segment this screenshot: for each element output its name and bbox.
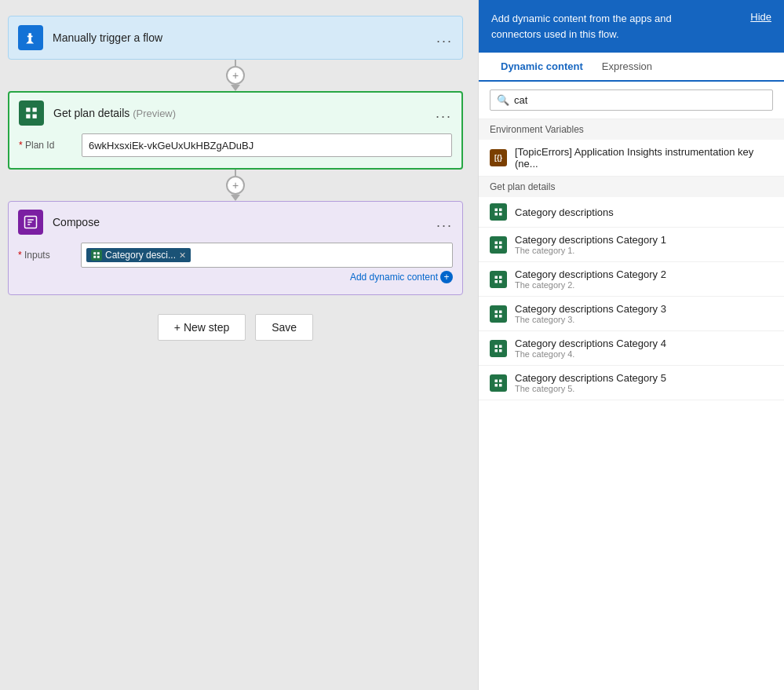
plan-icon [490, 236, 507, 254]
list-item[interactable]: [{} [TopicErrors] Application Insights i… [479, 140, 784, 177]
compose-header: Compose ... [18, 210, 453, 235]
svg-rect-2 [26, 115, 30, 119]
svg-rect-19 [495, 280, 498, 283]
getplan-title: Get plan details (Preview) [53, 107, 436, 119]
add-dynamic-row: Add dynamic content + [18, 271, 453, 283]
planid-input[interactable] [82, 133, 452, 157]
compose-menu[interactable]: ... [436, 214, 453, 231]
token-chip-icon [91, 250, 102, 261]
svg-rect-18 [499, 276, 502, 279]
item-title: Category descriptions Category 2 [515, 268, 666, 280]
flow-canvas: Manually trigger a flow ... + Get plan d… [0, 0, 471, 356]
svg-rect-13 [495, 241, 498, 244]
panel-content: Environment Variables [{} [TopicErrors] … [479, 119, 784, 690]
item-subtitle: The category 5. [515, 384, 666, 393]
getplan-header: Get plan details (Preview) ... [19, 100, 452, 126]
svg-rect-31 [495, 384, 498, 387]
item-subtitle: The category 1. [515, 246, 666, 255]
svg-rect-21 [495, 310, 498, 313]
svg-rect-1 [33, 108, 37, 111]
panel-tabs: Dynamic content Expression [479, 53, 784, 82]
svg-rect-27 [495, 349, 498, 352]
add-step-button-1[interactable]: + [226, 66, 245, 85]
item-text: Category descriptions Category 3 The cat… [515, 303, 666, 324]
panel-search: 🔍 [479, 82, 784, 119]
panel-header-text: Add dynamic content from the apps and co… [491, 11, 711, 42]
plan-icon [490, 374, 507, 392]
svg-rect-28 [499, 349, 502, 352]
plan-icon [490, 340, 507, 357]
plan-icon [490, 271, 507, 288]
add-dynamic-label: Add dynamic content [350, 272, 438, 283]
list-item[interactable]: Category descriptions Category 3 The cat… [479, 297, 784, 331]
svg-rect-26 [499, 345, 502, 348]
svg-rect-23 [495, 315, 498, 318]
panel-hide-button[interactable]: Hide [750, 11, 771, 23]
search-icon: 🔍 [497, 94, 509, 106]
dynamic-panel: Add dynamic content from the apps and co… [478, 0, 784, 690]
tab-expression[interactable]: Expression [593, 53, 662, 82]
compose-title: Compose [53, 216, 436, 228]
search-input[interactable] [514, 94, 766, 106]
svg-rect-17 [495, 276, 498, 279]
section-env-variables: Environment Variables [479, 119, 784, 140]
svg-rect-14 [499, 241, 502, 244]
svg-rect-24 [499, 315, 502, 318]
env-icon: [{} [490, 149, 507, 166]
save-button[interactable]: Save [255, 314, 313, 341]
list-item[interactable]: Category descriptions Category 5 The cat… [479, 366, 784, 400]
item-title: Category descriptions Category 3 [515, 303, 666, 315]
inputs-row: * Inputs Category desci... ✕ [18, 243, 453, 268]
svg-rect-12 [499, 213, 502, 216]
list-item[interactable]: Category descriptions Category 4 The cat… [479, 331, 784, 366]
item-subtitle: The category 3. [515, 315, 666, 324]
item-text: Category descriptions [515, 206, 614, 218]
plan-icon [490, 203, 507, 221]
list-item[interactable]: Category descriptions [479, 197, 784, 228]
item-title: Category descriptions [515, 206, 614, 218]
svg-rect-8 [97, 256, 100, 258]
new-step-button[interactable]: + New step [158, 314, 246, 341]
tab-dynamic-content[interactable]: Dynamic content [491, 53, 593, 82]
item-text: Category descriptions Category 1 The cat… [515, 234, 666, 255]
connector-2: + [226, 170, 245, 201]
planid-label: * Plan Id [19, 140, 82, 151]
svg-rect-10 [499, 209, 502, 212]
token-chip[interactable]: Category desci... ✕ [86, 248, 191, 262]
planid-row: * Plan Id [19, 133, 452, 157]
item-title: Category descriptions Category 5 [515, 372, 666, 384]
item-subtitle: The category 2. [515, 280, 666, 290]
svg-rect-22 [499, 310, 502, 313]
svg-rect-32 [499, 384, 502, 387]
list-item[interactable]: Category descriptions Category 1 The cat… [479, 228, 784, 262]
item-title: Category descriptions Category 4 [515, 338, 666, 349]
trigger-title: Manually trigger a flow [53, 31, 436, 44]
svg-rect-15 [495, 246, 498, 249]
svg-rect-29 [495, 379, 498, 382]
svg-rect-20 [499, 280, 502, 283]
add-dynamic-button[interactable]: Add dynamic content + [350, 271, 453, 283]
svg-rect-0 [26, 108, 30, 111]
trigger-icon [18, 25, 43, 50]
item-title: [TopicErrors] Application Insights instr… [515, 146, 773, 170]
item-text: Category descriptions Category 4 The cat… [515, 338, 666, 359]
list-item[interactable]: Category descriptions Category 2 The cat… [479, 262, 784, 297]
panel-header: Add dynamic content from the apps and co… [479, 0, 784, 53]
connector-1: + [226, 60, 245, 91]
search-box: 🔍 [490, 89, 773, 111]
trigger-menu[interactable]: ... [436, 30, 453, 46]
svg-rect-30 [499, 379, 502, 382]
plan-icon [490, 305, 507, 323]
getplan-menu[interactable]: ... [436, 105, 452, 122]
inputs-field[interactable]: Category desci... ✕ [81, 243, 453, 268]
add-step-button-2[interactable]: + [226, 176, 245, 195]
svg-rect-6 [97, 252, 100, 254]
add-dynamic-plus-icon: + [440, 271, 453, 283]
item-text: [TopicErrors] Application Insights instr… [515, 146, 773, 170]
item-text: Category descriptions Category 2 The cat… [515, 268, 666, 290]
svg-rect-3 [33, 115, 37, 119]
token-remove[interactable]: ✕ [179, 250, 186, 261]
getplan-icon [19, 100, 44, 126]
svg-rect-25 [495, 345, 498, 348]
svg-rect-16 [499, 246, 502, 249]
